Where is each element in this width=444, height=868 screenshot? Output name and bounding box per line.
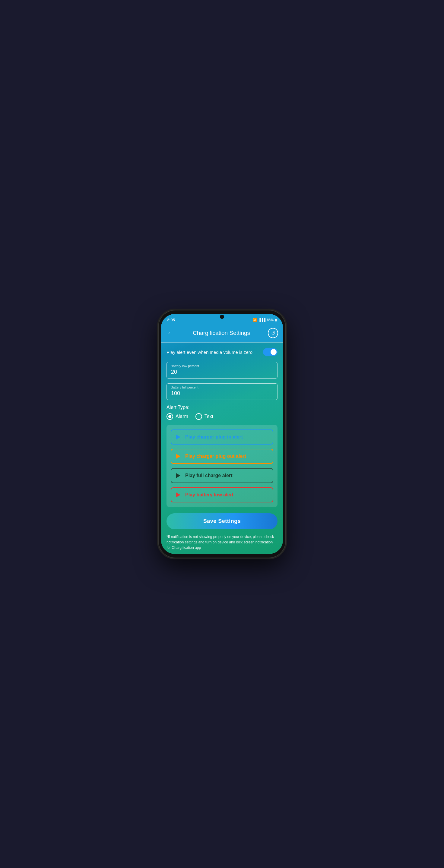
battery-full-label: Battery full percent: [171, 385, 199, 389]
battery-icon: ▮: [275, 318, 277, 322]
battery-full-input-group: Battery full percent: [167, 383, 277, 400]
alert-buttons-container: Play charger plug in alert Play charger …: [167, 425, 277, 507]
volume-toggle-label: Play alert even when media volume is zer…: [167, 350, 263, 355]
text-radio-circle: [196, 413, 202, 420]
phone-frame: 2:05 📶 ▐▐▐ 88% ▮ ← Chargification Settin…: [159, 310, 285, 558]
save-button-container: Save Settings: [167, 513, 277, 529]
content-area: Play alert even when media volume is zer…: [161, 343, 283, 554]
play-plug-in-button[interactable]: Play charger plug in alert: [171, 430, 273, 444]
alert-type-section: Alert Type: Alarm Text: [167, 405, 277, 420]
play-plug-in-label: Play charger plug in alert: [185, 434, 243, 440]
play-plug-out-label: Play charger plug out alert: [185, 454, 246, 459]
side-volume-button: [285, 371, 285, 389]
back-button[interactable]: ←: [166, 328, 175, 338]
top-bar: ← Chargification Settings ↺: [161, 325, 283, 342]
wifi-icon: 📶: [253, 318, 257, 322]
play-battery-low-button[interactable]: Play battery low alert: [171, 487, 273, 502]
page-title: Chargification Settings: [175, 330, 268, 336]
battery-low-input-group: Battery low percent: [167, 362, 277, 378]
footer-note: *If notification is not showing properly…: [167, 534, 277, 550]
play-plug-out-icon: [176, 454, 180, 459]
battery-low-label: Battery low percent: [171, 364, 199, 368]
status-time: 2:05: [167, 318, 175, 322]
play-plug-out-button[interactable]: Play charger plug out alert: [171, 449, 273, 464]
battery-level: 88%: [267, 318, 273, 321]
play-plug-in-icon: [176, 435, 180, 439]
alarm-radio-circle: [167, 413, 173, 420]
save-settings-button[interactable]: Save Settings: [167, 513, 277, 529]
volume-toggle-row: Play alert even when media volume is zer…: [167, 348, 277, 356]
alarm-radio-label: Alarm: [176, 414, 188, 419]
play-full-charge-label: Play full charge alert: [185, 473, 233, 478]
reset-button[interactable]: ↺: [268, 328, 278, 338]
play-battery-low-icon: [176, 493, 180, 497]
play-full-charge-button[interactable]: Play full charge alert: [171, 468, 273, 483]
play-full-charge-icon: [176, 473, 180, 478]
alert-type-title: Alert Type:: [167, 405, 277, 410]
phone-screen: 2:05 📶 ▐▐▐ 88% ▮ ← Chargification Settin…: [161, 314, 283, 554]
volume-toggle-switch[interactable]: [263, 348, 277, 356]
play-battery-low-label: Play battery low alert: [185, 492, 233, 498]
status-icons: 📶 ▐▐▐ 88% ▮: [253, 318, 277, 322]
radio-group: Alarm Text: [167, 413, 277, 420]
signal-icon: ▐▐▐: [259, 318, 265, 321]
text-radio[interactable]: Text: [196, 413, 213, 420]
alarm-radio[interactable]: Alarm: [167, 413, 188, 420]
camera-notch: [220, 315, 224, 319]
text-radio-label: Text: [205, 414, 213, 419]
